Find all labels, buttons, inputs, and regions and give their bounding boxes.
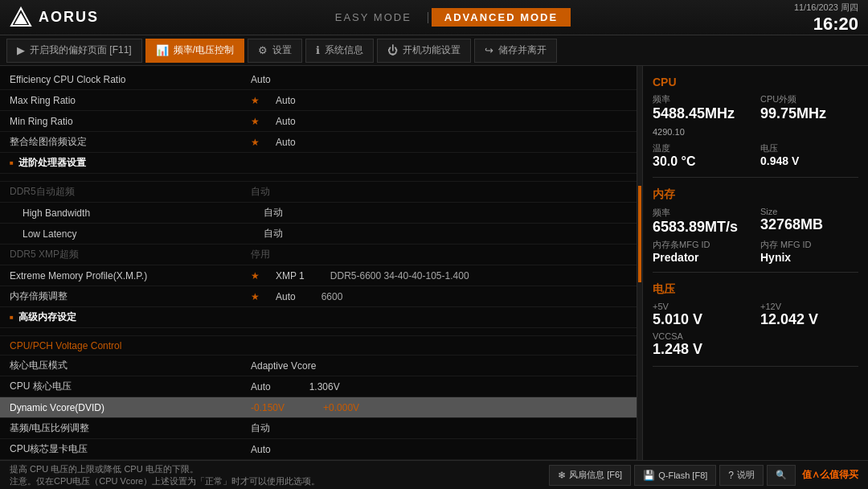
- watermark-text: 值∧么值得买: [802, 468, 858, 482]
- mem-mfg-block: 内存条MFG ID Predator: [653, 239, 751, 264]
- memory-info-section: 内存 频率 6583.89MT/s Size 32768MB 内存条MFG ID…: [653, 187, 858, 273]
- mem-size-label: Size: [760, 207, 858, 216]
- row-low-latency[interactable]: Low Latency 自动: [0, 224, 637, 244]
- btn-search[interactable]: 🔍: [767, 465, 796, 486]
- v5-value: 5.010 V: [653, 311, 751, 328]
- value-ddr5-auto: 自动: [251, 185, 627, 199]
- logo-area: AORUS: [10, 6, 99, 29]
- scroll-thumb[interactable]: [638, 186, 641, 282]
- btn-help[interactable]: ? 说明: [719, 465, 764, 486]
- favorites-icon: ▶: [17, 44, 25, 56]
- label-integrated-graphics: 整合绘图倍频设定: [10, 135, 251, 149]
- voltage-info-grid: +5V 5.010 V +12V 12.042 V VCCSA 1.248 V: [653, 302, 858, 358]
- cpu-freq-label: 频率: [653, 93, 751, 105]
- easy-mode-label[interactable]: EASY MODE: [322, 8, 424, 27]
- tab-frequency[interactable]: 📊 频率/电压控制: [145, 39, 244, 63]
- mem-freq-value: 6583.89MT/s: [653, 219, 751, 236]
- value-memory-ratio: ★ Auto 6600: [251, 291, 627, 302]
- value-min-ring: ★Auto: [251, 116, 627, 127]
- mem-mfg-label: 内存条MFG ID: [653, 239, 751, 251]
- row-min-ring[interactable]: Min Ring Ratio ★Auto: [0, 111, 637, 132]
- cpu-extfreq-value: 99.75MHz: [760, 105, 858, 122]
- row-core-voltage-mode[interactable]: 核心电压模式 Adaptive Vcore: [0, 355, 637, 376]
- label-max-ring: Max Ring Ratio: [10, 95, 251, 106]
- row-integrated-graphics[interactable]: 整合绘图倍频设定 ★Auto: [0, 132, 637, 153]
- label-cpu-pch-voltage: CPU/PCH Voltage Control: [10, 340, 251, 351]
- row-advanced-memory[interactable]: ■ 高级内存设定: [0, 307, 637, 328]
- sysinfo-icon: ℹ: [316, 44, 320, 56]
- row-cpu-sa-voltage[interactable]: CPU核芯显卡电压 Auto: [0, 439, 637, 460]
- cpu-info-grid: 频率 5488.45MHz 4290.10 CPU外频 99.75MHz 温度 …: [653, 93, 858, 169]
- row-ddr5-xmp[interactable]: DDR5 XMP超频 停用: [0, 244, 637, 265]
- logo-text: AORUS: [39, 9, 99, 26]
- vccsa-block: VCCSA 1.248 V: [653, 331, 751, 358]
- tab-settings[interactable]: ⚙ 设置: [248, 39, 302, 63]
- tab-boot[interactable]: ⏻ 开机功能设置: [377, 39, 471, 63]
- label-advanced-memory: 高级内存设定: [18, 310, 260, 324]
- voltage-info-section: 电压 +5V 5.010 V +12V 12.042 V VCCSA 1.248…: [653, 282, 858, 367]
- label-advanced-cpu: 进阶处理器设置: [18, 156, 260, 170]
- row-ddr5-auto[interactable]: DDR5自动超频 自动: [0, 182, 637, 203]
- qflash-icon: 💾: [643, 470, 655, 481]
- tab-favorites[interactable]: ▶ 开启我的偏好页面 [F11]: [6, 39, 142, 63]
- row-base-voltage-ratio[interactable]: 基频/电压比例调整 自动: [0, 418, 637, 439]
- advanced-mode-label[interactable]: ADVANCED MODE: [432, 8, 571, 27]
- row-memory-ratio[interactable]: 内存倍频调整 ★ Auto 6600: [0, 286, 637, 307]
- row-advanced-cpu[interactable]: ■ 进阶处理器设置: [0, 153, 637, 174]
- row-high-bandwidth[interactable]: High Bandwidth 自动: [0, 203, 637, 224]
- row-cpu-core-voltage[interactable]: CPU 核心电压 Auto 1.306V: [0, 376, 637, 397]
- header-time: 16:20: [813, 15, 858, 33]
- star-min-ring: ★: [251, 116, 260, 127]
- cpu-freq-block: 频率 5488.45MHz 4290.10: [653, 93, 751, 139]
- scrollbar[interactable]: [637, 66, 642, 460]
- row-max-ring[interactable]: Max Ring Ratio ★Auto: [0, 90, 637, 111]
- header-date: 11/16/2023 周四: [794, 2, 858, 14]
- btn-qflash-label: Q-Flash [F8]: [658, 471, 707, 480]
- label-efficiency-cpu: Efficiency CPU Clock Ratio: [10, 74, 251, 85]
- value-max-ring: ★Auto: [251, 95, 627, 106]
- tab-save-exit[interactable]: ↪ 储存并离开: [474, 39, 557, 63]
- cpu-extfreq-block: CPU外频 99.75MHz: [760, 93, 858, 139]
- svg-marker-1: [14, 13, 27, 24]
- settings-list: Efficiency CPU Clock Ratio Auto Max Ring…: [0, 66, 637, 460]
- settings-panel: Efficiency CPU Clock Ratio Auto Max Ring…: [0, 66, 643, 460]
- btn-fan[interactable]: ❄ 风扇信息 [F6]: [549, 465, 631, 486]
- frequency-icon: 📊: [156, 44, 169, 56]
- value-low-latency: 自动: [264, 227, 627, 240]
- mem-freq-label: 频率: [653, 207, 751, 219]
- value-base-voltage-ratio: 自动: [251, 421, 627, 435]
- value2-dynamic-vcore: +0.000V: [323, 402, 359, 413]
- fan-icon: ❄: [558, 470, 566, 481]
- save-exit-icon: ↪: [485, 44, 493, 56]
- btn-fan-label: 风扇信息 [F6]: [569, 469, 622, 481]
- row-extreme-memory[interactable]: Extreme Memory Profile(X.M.P.) ★ XMP 1 D…: [0, 265, 637, 286]
- star-memory-ratio: ★: [251, 291, 260, 302]
- value-high-bandwidth: 自动: [264, 206, 627, 220]
- vccsa-value: 1.248 V: [653, 341, 751, 358]
- nav-tabs: ▶ 开启我的偏好页面 [F11] 📊 频率/电压控制 ⚙ 设置 ℹ 系统信息 ⏻…: [0, 35, 868, 66]
- bottom-info-line2: 注意。仅在CPU电压（CPU Vcore）上述设置为「正常」时才可以使用此选项。: [10, 475, 549, 487]
- star-extreme: ★: [251, 270, 260, 281]
- tab-sysinfo[interactable]: ℹ 系统信息: [305, 39, 374, 63]
- cpu-temp-block: 温度 30.0 °C: [653, 142, 751, 169]
- label-base-voltage-ratio: 基频/电压比例调整: [10, 421, 251, 435]
- right-info-panel: CPU 频率 5488.45MHz 4290.10 CPU外频 99.75MHz…: [643, 66, 868, 460]
- tab-settings-label: 设置: [272, 43, 292, 57]
- row-dynamic-vcore[interactable]: Dynamic Vcore(DVID) -0.150V +0.000V: [0, 397, 637, 418]
- label-dynamic-vcore: Dynamic Vcore(DVID): [10, 402, 251, 413]
- btn-qflash[interactable]: 💾 Q-Flash [F8]: [634, 465, 716, 486]
- value-dynamic-vcore: -0.150V +0.000V: [251, 402, 627, 413]
- header: AORUS EASY MODE ADVANCED MODE 11/16/2023…: [0, 0, 868, 35]
- vccsa-label: VCCSA: [653, 331, 751, 341]
- tab-sysinfo-label: 系统信息: [325, 43, 363, 57]
- mode-switcher: EASY MODE ADVANCED MODE: [322, 8, 571, 27]
- cpu-temp-value: 30.0 °C: [653, 154, 751, 169]
- row-efficiency-cpu[interactable]: Efficiency CPU Clock Ratio Auto: [0, 69, 637, 90]
- label-ddr5-xmp: DDR5 XMP超频: [10, 248, 251, 261]
- cpu-freq-value: 5488.45MHz 4290.10: [653, 105, 751, 139]
- help-icon: ?: [728, 470, 734, 481]
- btn-help-label: 说明: [737, 469, 755, 481]
- mem-mfg2-block: 内存 MFG ID Hynix: [760, 239, 858, 264]
- cpu-info-section: CPU 频率 5488.45MHz 4290.10 CPU外频 99.75MHz…: [653, 76, 858, 178]
- tab-boot-label: 开机功能设置: [403, 43, 461, 57]
